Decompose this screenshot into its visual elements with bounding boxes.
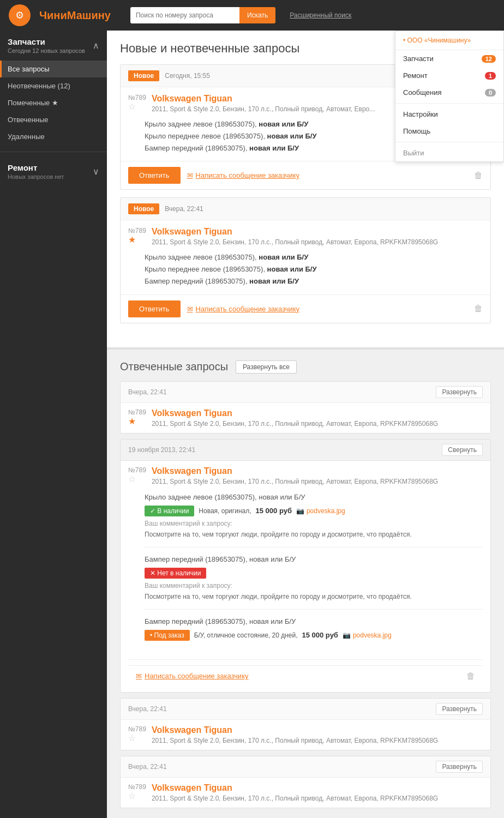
answered-car-title-2[interactable]: Volkswagen Tiguan [152, 466, 438, 476]
menu-item-settings[interactable]: Настройки [395, 106, 503, 123]
tag-condition-3: Б/У, отличное состояние, 20 дней, [194, 631, 298, 639]
sidebar-subtitle-zapchasti: Сегодня 12 новых запросов [8, 47, 85, 54]
answered-star-2[interactable]: ☆ [128, 474, 146, 484]
menu-item-help[interactable]: Помощь [395, 123, 503, 140]
sidebar-separator [0, 152, 107, 152]
car-title-2[interactable]: Volkswagen Tiguan [152, 227, 438, 237]
answered-car-subtitle-3: 2011, Sport & Style 2.0, Бензин, 170 л.с… [152, 737, 438, 744]
part-title-3: Бампер передний (189653075), новая или Б… [145, 617, 483, 625]
answered-header-1: Вчера, 22:41 Развернуть [121, 382, 490, 403]
camera-icon-1: 📷 [296, 507, 304, 515]
comment-label-1: Ваш комментарий к запросу: [145, 520, 483, 527]
message-button-answered-2[interactable]: ✉ Написать сообщение заказчику [136, 672, 248, 680]
part-tags-1: ✓ В наличии Новая, оригинал, 15 000 руб … [145, 506, 483, 516]
dropdown-divider2 [395, 142, 503, 142]
card-star-1[interactable]: ☆ [128, 101, 146, 112]
toggle-button-2[interactable]: Свернуть [442, 444, 483, 456]
answered-car-title-4[interactable]: Volkswagen Tiguan [152, 783, 438, 793]
answered-card-1: Вчера, 22:41 Развернуть №789 ★ Volkswage… [120, 381, 491, 434]
card-header-2: Новое Вчера, 22:41 [121, 198, 490, 220]
answered-star-4[interactable]: ☆ [128, 791, 146, 801]
part-response-2: Бампер передний (189653075), новая или Б… [145, 555, 483, 610]
delete-button-answered-2[interactable]: 🗑 [466, 671, 475, 681]
part-responses: Крыло заднее левое (189653075), новая ил… [128, 493, 483, 652]
card-date-2: Вчера, 22:41 [165, 205, 203, 213]
sidebar-section-remont: Ремонт Новых запросов нет ∨ [0, 157, 107, 184]
search-button[interactable]: Искать [239, 7, 275, 23]
answered-car-subtitle-1: 2011, Sport & Style 2.0, Бензин, 170 л.с… [152, 420, 438, 428]
menu-item-exit[interactable]: Выйти [395, 145, 503, 161]
menu-item-messages[interactable]: Сообщения 0 [395, 84, 503, 101]
message-button-1[interactable]: ✉ Написать сообщение заказчику [187, 171, 299, 179]
mail-icon-answered: ✉ [136, 672, 142, 680]
card-num-2: №789 [128, 227, 146, 234]
sidebar-item-deleted[interactable]: Удаленные [0, 128, 107, 145]
card-date-1: Сегодня, 15:55 [165, 72, 210, 80]
answered-car-subtitle-2: 2011, Sport & Style 2.0, Бензин, 170 л.с… [152, 478, 438, 485]
sidebar-section-header-zapchasti[interactable]: Запчасти Сегодня 12 новых запросов ∧ [8, 37, 99, 54]
answered-star-3[interactable]: ☆ [128, 733, 146, 743]
sidebar-arrow-zapchasti: ∧ [93, 40, 99, 51]
answered-card-2: 19 ноября 2013, 22:41 Свернуть №789 ☆ Vo… [120, 439, 491, 693]
answered-date-1: Вчера, 22:41 [128, 388, 167, 396]
sidebar-arrow-remont: ∨ [93, 166, 99, 177]
tag-photo-3[interactable]: 📷 podveska.jpg [343, 631, 392, 639]
answered-date-4: Вчера, 22:41 [128, 763, 167, 771]
sidebar-title-zapchasti: Запчасти [8, 37, 85, 46]
sidebar-item-all[interactable]: Все запросы [0, 61, 107, 77]
reply-button-2[interactable]: Ответить [128, 300, 181, 317]
dropdown-menu: • ООО «Чинимашину» Запчасти 12 Ремонт 1 … [395, 31, 504, 162]
answered-body-3: №789 ☆ Volkswagen Tiguan 2011, Sport & S… [121, 720, 490, 750]
answered-num-1: №789 [128, 408, 146, 416]
answered-header-2: 19 ноября 2013, 22:41 Свернуть [121, 440, 490, 461]
card-num-1: №789 [128, 94, 146, 101]
reply-button-1[interactable]: Ответить [128, 167, 181, 184]
message-button-2[interactable]: ✉ Написать сообщение заказчику [187, 305, 299, 313]
answered-star-1[interactable]: ★ [128, 416, 146, 426]
sidebar-subtitle-remont: Новых запросов нет [8, 173, 64, 180]
answered-top-2: №789 ☆ Volkswagen Tiguan 2011, Sport & S… [128, 466, 483, 485]
answered-car-title-1[interactable]: Volkswagen Tiguan [152, 408, 438, 418]
toggle-button-1[interactable]: Развернуть [436, 386, 483, 398]
answered-body-1: №789 ★ Volkswagen Tiguan 2011, Sport & S… [121, 403, 490, 433]
card-star-2[interactable]: ★ [128, 234, 146, 245]
sidebar-item-unanswered[interactable]: Неотвеченные (12) [0, 77, 107, 94]
sidebar-title-remont: Ремонт [8, 163, 64, 172]
answered-car-title-3[interactable]: Volkswagen Tiguan [152, 725, 438, 735]
car-title-1[interactable]: Volkswagen Tiguan [152, 94, 375, 104]
answered-header-3: Вчера, 22:41 Развернуть [121, 699, 490, 720]
mail-icon-1: ✉ [187, 171, 193, 179]
mail-icon-2: ✉ [187, 305, 193, 313]
card-parts-2: Крыло заднее левое (189653075), новая ил… [128, 251, 483, 287]
delete-button-2[interactable]: 🗑 [474, 304, 483, 314]
card-body-2: №789 ★ Volkswagen Tiguan 2011, Sport & S… [121, 220, 490, 294]
search-input[interactable] [130, 7, 239, 23]
tag-photo-1[interactable]: 📷 podveska.jpg [296, 507, 345, 515]
advanced-search-link[interactable]: Расширенный поиск [290, 11, 351, 19]
delete-button-1[interactable]: 🗑 [474, 171, 483, 181]
card-actions-1: Ответить ✉ Написать сообщение заказчику … [121, 161, 490, 189]
sidebar-item-answered[interactable]: Отвеченные [0, 111, 107, 128]
answered-header-4: Вчера, 22:41 Развернуть [121, 756, 490, 778]
expand-all-button[interactable]: Развернуть все [236, 360, 297, 374]
sidebar-item-starred[interactable]: Помеченные ★ [0, 94, 107, 111]
car-subtitle-2: 2011, Sport & Style 2.0, Бензин, 170 л.с… [152, 238, 438, 246]
toggle-button-4[interactable]: Развернуть [436, 761, 483, 773]
part-tags-3: • Под заказ Б/У, отличное состояние, 20 … [145, 630, 483, 641]
sidebar: Запчасти Сегодня 12 новых запросов ∧ Все… [0, 31, 107, 818]
car-subtitle-1: 2011, Sport & Style 2.0, Бензин, 170 л.с… [152, 105, 375, 113]
logo-text: ЧиниМашину [39, 9, 111, 22]
card-divider [128, 659, 483, 660]
part-title-1: Крыло заднее левое (189653075), новая ил… [145, 493, 483, 501]
section-answered: Отвеченные запросы Развернуть все Вчера,… [107, 350, 504, 818]
answered-num-2: №789 [128, 466, 146, 474]
tag-order-3: • Под заказ [145, 630, 190, 641]
answered-top-1: №789 ★ Volkswagen Tiguan 2011, Sport & S… [128, 408, 483, 428]
tag-price-1: 15 000 руб [256, 507, 292, 515]
toggle-button-3[interactable]: Развернуть [436, 703, 483, 715]
camera-icon-3: 📷 [343, 631, 351, 639]
card-part: Крыло заднее левое (189653075), новая ил… [145, 251, 483, 263]
menu-item-remont[interactable]: Ремонт 1 [395, 67, 503, 84]
menu-item-zapchasti[interactable]: Запчасти 12 [395, 50, 503, 67]
sidebar-section-header-remont[interactable]: Ремонт Новых запросов нет ∨ [8, 163, 99, 180]
